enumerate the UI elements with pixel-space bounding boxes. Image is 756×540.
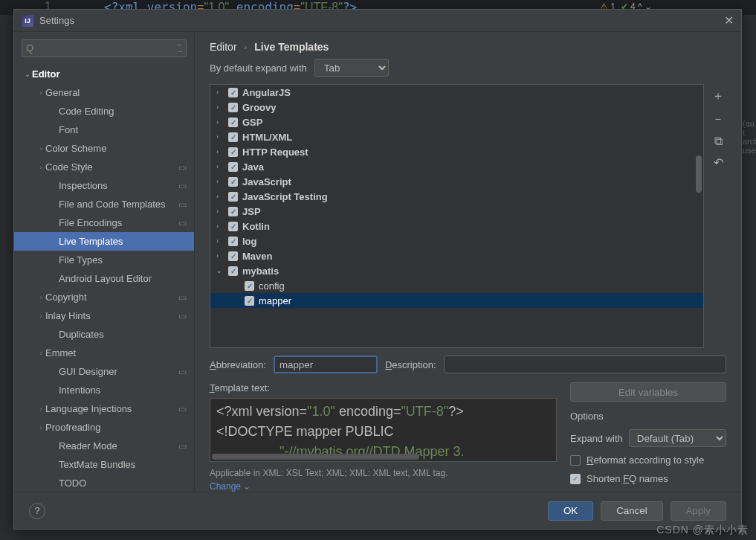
sidebar-item-file-and-code-templates[interactable]: File and Code Templates▭ bbox=[14, 195, 194, 213]
gear-icon: ▭ bbox=[178, 367, 187, 377]
template-item-javascript-testing[interactable]: ›✓JavaScript Testing bbox=[210, 189, 703, 204]
sidebar-item-todo[interactable]: TODO bbox=[14, 474, 194, 492]
gear-icon: ▭ bbox=[178, 441, 187, 451]
checkbox[interactable]: ✓ bbox=[228, 88, 238, 97]
copy-icon[interactable]: ⧉ bbox=[714, 135, 723, 148]
expand-select[interactable]: Tab bbox=[314, 59, 389, 77]
template-item-kotlin[interactable]: ›✓Kotlin bbox=[210, 219, 703, 234]
template-item-log[interactable]: ›✓log bbox=[210, 234, 703, 248]
settings-tree[interactable]: ⌄Editor›GeneralCode EditingFont›Color Sc… bbox=[14, 65, 194, 492]
checkbox[interactable]: ✓ bbox=[228, 192, 238, 202]
template-item-groovy[interactable]: ›✓Groovy bbox=[210, 100, 703, 115]
sidebar-item-language-injections[interactable]: ›Language Injections▭ bbox=[14, 399, 194, 418]
checkbox[interactable]: ✓ bbox=[228, 222, 238, 231]
template-item-config[interactable]: ✓config bbox=[210, 278, 703, 293]
sidebar-item-emmet[interactable]: ›Emmet bbox=[14, 344, 194, 362]
sidebar-item-live-templates[interactable]: Live Templates bbox=[14, 232, 194, 251]
template-item-html-xml[interactable]: ›✓HTML/XML bbox=[210, 129, 703, 144]
template-item-http-request[interactable]: ›✓HTTP Request bbox=[210, 144, 703, 159]
expand-with-select[interactable]: Default (Tab) bbox=[629, 429, 726, 447]
shorten-checkbox[interactable]: ✓ bbox=[570, 474, 581, 484]
ok-button[interactable]: OK bbox=[548, 501, 593, 521]
sidebar-item-file-types[interactable]: File Types bbox=[14, 251, 194, 269]
edit-variables-button: Edit variables bbox=[570, 382, 726, 402]
description-input[interactable] bbox=[444, 356, 726, 373]
checkbox[interactable]: ✓ bbox=[228, 207, 238, 216]
sidebar-item-android-layout-editor[interactable]: Android Layout Editor bbox=[14, 269, 194, 288]
sidebar-item-code-editing[interactable]: Code Editing bbox=[14, 102, 194, 120]
sidebar-item-duplicates[interactable]: Duplicates bbox=[14, 325, 194, 344]
checkbox[interactable]: ✓ bbox=[228, 177, 238, 187]
checkbox[interactable]: ✓ bbox=[228, 103, 238, 112]
checkbox[interactable]: ✓ bbox=[245, 281, 254, 291]
reformat-checkbox[interactable] bbox=[570, 455, 581, 466]
sidebar-item-color-scheme[interactable]: ›Color Scheme bbox=[14, 139, 194, 158]
checkbox[interactable]: ✓ bbox=[228, 162, 238, 172]
gear-icon: ▭ bbox=[178, 292, 187, 303]
sidebar-item-gui-designer[interactable]: GUI Designer▭ bbox=[14, 362, 194, 381]
applicable-text: Applicable in XML: XSL Text; XML; XML: X… bbox=[210, 468, 557, 478]
titlebar: IJ Settings ✕ bbox=[14, 10, 741, 32]
checkbox[interactable]: ✓ bbox=[245, 296, 254, 306]
template-item-angularjs[interactable]: ›✓AngularJS bbox=[210, 85, 703, 100]
checkbox[interactable]: ✓ bbox=[228, 237, 238, 246]
sidebar-item-code-style[interactable]: ›Code Style▭ bbox=[14, 158, 194, 176]
abbreviation-input[interactable] bbox=[274, 356, 378, 373]
template-item-javascript[interactable]: ›✓JavaScript bbox=[210, 174, 703, 189]
search-icon: Q bbox=[26, 42, 33, 54]
expand-with-label: Expand with bbox=[570, 433, 623, 444]
change-link[interactable]: Change bbox=[210, 481, 557, 492]
template-text-area[interactable]: <?xml version="1.0" encoding="UTF-8"?> <… bbox=[210, 398, 557, 462]
template-item-mapper[interactable]: ✓mapper bbox=[210, 293, 703, 308]
help-button[interactable]: ? bbox=[29, 503, 45, 519]
dialog-title: Settings bbox=[39, 15, 724, 26]
checkbox[interactable]: ✓ bbox=[228, 147, 238, 157]
search-input[interactable] bbox=[22, 39, 187, 57]
template-item-jsp[interactable]: ›✓JSP bbox=[210, 204, 703, 219]
gear-icon: ▭ bbox=[178, 181, 187, 191]
abbr-label: Abbreviation: bbox=[210, 359, 266, 370]
cancel-button[interactable]: Cancel bbox=[601, 501, 663, 521]
sidebar-item-file-encodings[interactable]: File Encodings▭ bbox=[14, 213, 194, 232]
chevron-right-icon: › bbox=[245, 42, 248, 51]
checkbox[interactable]: ✓ bbox=[228, 251, 238, 261]
sidebar-item-copyright[interactable]: ›Copyright▭ bbox=[14, 288, 194, 306]
settings-dialog: IJ Settings ✕ Q ←→ ⌄Editor›GeneralCode E… bbox=[13, 9, 742, 530]
sidebar-item-textmate-bundles[interactable]: TextMate Bundles bbox=[14, 455, 194, 474]
template-text-label: Template text: bbox=[210, 382, 557, 393]
remove-icon[interactable]: － bbox=[712, 112, 724, 127]
history-icon[interactable]: ←→ bbox=[176, 41, 184, 54]
apply-button: Apply bbox=[671, 501, 726, 521]
template-list[interactable]: ›✓AngularJS›✓Groovy›✓GSP›✓HTML/XML›✓HTTP… bbox=[210, 84, 704, 348]
desc-label: Description: bbox=[385, 359, 436, 370]
gear-icon: ▭ bbox=[178, 162, 187, 173]
close-icon[interactable]: ✕ bbox=[724, 13, 734, 28]
gear-icon: ▭ bbox=[178, 199, 187, 210]
gear-icon: ▭ bbox=[178, 218, 187, 228]
sidebar-item-editor[interactable]: ⌄Editor bbox=[14, 65, 194, 83]
sidebar-item-intentions[interactable]: Intentions bbox=[14, 381, 194, 399]
sidebar-item-inlay-hints[interactable]: ›Inlay Hints▭ bbox=[14, 306, 194, 325]
watermark: CSDN @素小小素 bbox=[656, 524, 749, 537]
sidebar-item-general[interactable]: ›General bbox=[14, 83, 194, 102]
scrollbar[interactable] bbox=[696, 155, 702, 193]
template-item-gsp[interactable]: ›✓GSP bbox=[210, 115, 703, 129]
gear-icon: ▭ bbox=[178, 311, 187, 321]
sidebar-item-font[interactable]: Font bbox=[14, 120, 194, 139]
checkbox[interactable]: ✓ bbox=[228, 132, 238, 142]
checkbox[interactable]: ✓ bbox=[228, 266, 238, 276]
dialog-buttonbar: ? OK Cancel Apply bbox=[14, 492, 741, 529]
gear-icon: ▭ bbox=[178, 404, 187, 414]
checkbox[interactable]: ✓ bbox=[228, 118, 238, 127]
add-icon[interactable]: ＋ bbox=[712, 89, 724, 104]
template-item-maven[interactable]: ›✓Maven bbox=[210, 248, 703, 263]
sidebar-item-proofreading[interactable]: ›Proofreading bbox=[14, 418, 194, 437]
h-scrollbar[interactable] bbox=[212, 454, 419, 460]
sidebar-item-reader-mode[interactable]: Reader Mode▭ bbox=[14, 437, 194, 455]
template-item-java[interactable]: ›✓Java bbox=[210, 159, 703, 174]
revert-icon[interactable]: ↶ bbox=[714, 155, 723, 170]
options-label: Options bbox=[570, 411, 726, 422]
sidebar-item-inspections[interactable]: Inspections▭ bbox=[14, 176, 194, 195]
template-item-mybatis[interactable]: ⌄✓mybatis bbox=[210, 263, 703, 278]
right-gutter: (aut archuse bbox=[743, 119, 756, 155]
